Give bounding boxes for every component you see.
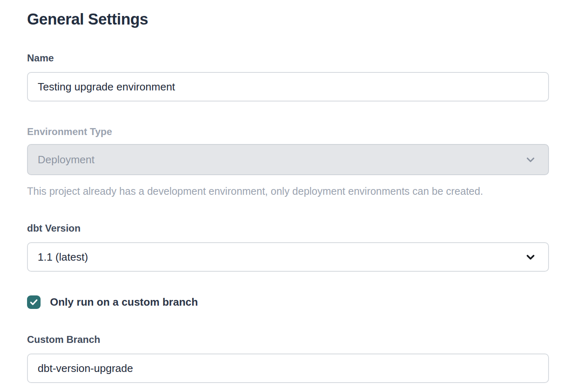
general-settings-page: General Settings Name Environment Type D…	[0, 0, 576, 383]
dbt-version-value: 1.1 (latest)	[38, 251, 88, 264]
custom-branch-label: Custom Branch	[27, 334, 549, 345]
environment-type-select: Deployment	[27, 144, 549, 175]
custom-branch-checkbox[interactable]	[27, 295, 41, 309]
page-title: General Settings	[27, 10, 549, 29]
custom-branch-toggle-row[interactable]: Only run on a custom branch	[27, 295, 549, 309]
custom-branch-toggle-label[interactable]: Only run on a custom branch	[50, 296, 198, 309]
environment-type-label: Environment Type	[27, 126, 549, 137]
environment-type-helper: This project already has a development e…	[27, 185, 549, 197]
environment-type-field-group: Environment Type Deployment This project…	[27, 126, 549, 197]
dbt-version-label: dbt Version	[27, 223, 549, 234]
dbt-version-select[interactable]: 1.1 (latest)	[27, 242, 549, 272]
chevron-down-icon	[524, 251, 537, 263]
dbt-version-field-group: dbt Version 1.1 (latest)	[27, 223, 549, 272]
name-input[interactable]	[27, 72, 549, 101]
name-label: Name	[27, 52, 549, 64]
check-icon	[29, 297, 39, 307]
custom-branch-input[interactable]	[27, 354, 549, 383]
custom-branch-field-group: Custom Branch	[27, 334, 549, 383]
chevron-down-icon	[524, 153, 537, 166]
name-field-group: Name	[27, 52, 549, 101]
environment-type-value: Deployment	[38, 153, 95, 166]
